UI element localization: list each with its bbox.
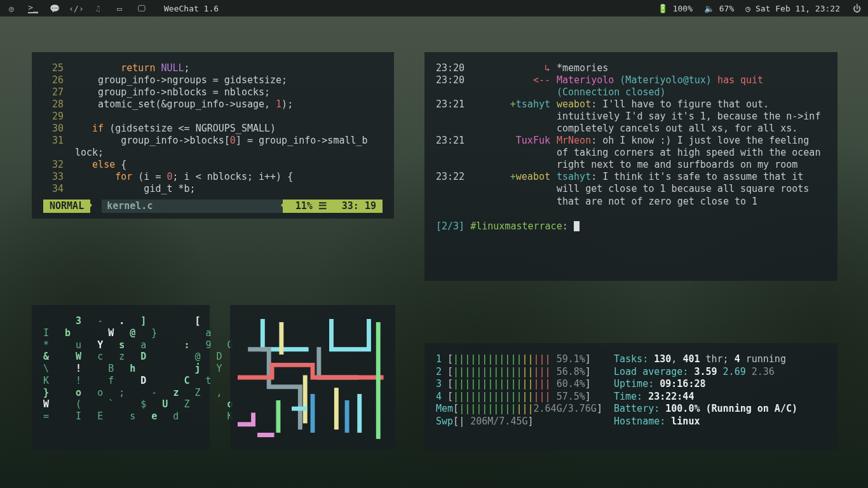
vim-mode: NORMAL [43, 200, 90, 213]
vim-code-area: 25 return NULL;26 group_info->ngroups = … [43, 62, 383, 196]
music-icon[interactable]: ♫ [93, 3, 103, 13]
chrome-icon[interactable]: ◎ [6, 3, 17, 13]
vim-panel[interactable]: 25 return NULL;26 group_info->ngroups = … [32, 52, 394, 219]
cmatrix-panel: 3 - . ] [ I b W @ } a * u Y s a : 9 G& W… [32, 305, 210, 450]
window-title: WeeChat 1.6 [164, 4, 219, 13]
vim-status-line: NORMAL kernel.c 11% ☰ 33: 19 [43, 200, 383, 213]
pipes-panel [230, 305, 395, 450]
clock: ◷ Sat Feb 11, 23:22 [745, 4, 840, 13]
vim-percent: 11% ☰ [283, 200, 336, 213]
monitor-icon[interactable]: 🖵 [136, 3, 146, 13]
display-icon[interactable]: ▭ [114, 3, 125, 13]
battery-status: 🔋 100% [658, 4, 693, 13]
weechat-panel[interactable]: 23:20↳*memories23:20<--Materiyolo (Mater… [424, 52, 837, 281]
taskbar-icons: ◎ >_ 💬 ‹/› ♫ ▭ 🖵 [6, 3, 146, 13]
chat-icon[interactable]: 💬 [50, 3, 60, 13]
chat-input-row[interactable]: [2/3] #linuxmasterrace: [436, 220, 826, 233]
vim-filename: kernel.c [102, 200, 283, 213]
htop-panel[interactable]: 1 [||||||||||||||||| 59.1%]2 [||||||||||… [424, 343, 837, 450]
htop-meters: 1 [||||||||||||||||| 59.1%]2 [||||||||||… [436, 353, 614, 428]
power-icon[interactable]: ⏻ [851, 3, 862, 13]
buffer-index: [2/3] [436, 220, 465, 232]
vim-cursor-pos: 33: 19 [336, 200, 383, 213]
terminal-icon[interactable]: >_ [28, 3, 38, 13]
top-bar: ◎ >_ 💬 ‹/› ♫ ▭ 🖵 WeeChat 1.6 🔋 100% 🔈 67… [0, 0, 868, 17]
code-icon[interactable]: ‹/› [71, 3, 81, 13]
pipes-svg [238, 313, 388, 442]
channel-name: #linuxmasterrace [470, 220, 562, 232]
chat-buffer: 23:20↳*memories23:20<--Materiyolo (Mater… [436, 62, 826, 208]
htop-info: Tasks: 130, 401 thr; 4 runningLoad avera… [614, 353, 826, 428]
volume-status: 🔈 67% [704, 4, 734, 13]
input-cursor[interactable] [574, 221, 580, 231]
